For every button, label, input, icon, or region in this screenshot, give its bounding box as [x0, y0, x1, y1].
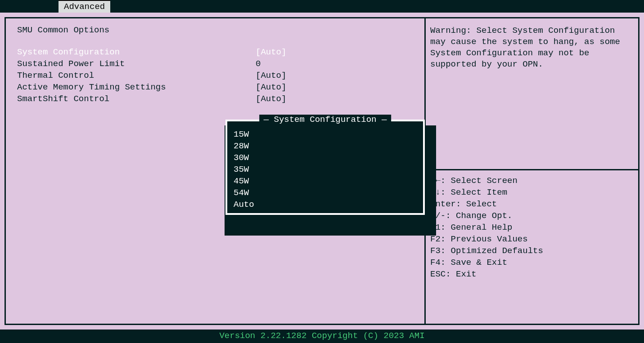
popup-options: 15W28W30W35W45W54WAuto — [234, 129, 417, 210]
popup-option[interactable]: 15W — [234, 129, 417, 140]
popup-system-configuration: System Configuration 15W28W30W35W45W54WA… — [225, 120, 425, 215]
setting-label: Thermal Control — [17, 70, 256, 81]
setting-label: SmartShift Control — [17, 93, 256, 105]
hint-action: Exit — [456, 268, 477, 280]
hint-row: ↑↓: Select Item — [430, 187, 634, 198]
hint-action: Previous Values — [451, 233, 528, 245]
setting-row[interactable]: SmartShift Control[Auto] — [17, 93, 413, 105]
footer: Version 2.22.1282 Copyright (C) 2023 AMI — [0, 330, 644, 343]
hint-row: F4: Save & Exit — [430, 257, 634, 268]
popup-option[interactable]: 45W — [234, 175, 417, 187]
popup-option[interactable]: 35W — [234, 164, 417, 175]
hint-action: General Help — [451, 222, 513, 233]
key-hints: →←: Select Screen↑↓: Select ItemEnter: S… — [426, 170, 638, 285]
hint-action: Save & Exit — [451, 257, 507, 268]
main-area: SMU Common Options System Configuration[… — [0, 13, 644, 330]
settings-list: System Configuration[Auto]Sustained Powe… — [17, 46, 413, 105]
setting-label: Active Memory Timing Settings — [17, 81, 256, 93]
help-text: Warning: Select System Configuration may… — [426, 18, 638, 169]
hint-row: F1: General Help — [430, 222, 634, 233]
hint-row: F2: Previous Values — [430, 233, 634, 245]
setting-label: System Configuration — [17, 46, 256, 58]
hint-action: Optimized Defaults — [451, 245, 543, 257]
top-bar: Advanced — [0, 0, 644, 13]
right-panel: Warning: Select System Configuration may… — [424, 18, 638, 324]
hint-row: +/-: Change Opt. — [430, 210, 634, 222]
setting-value: [Auto] — [256, 81, 413, 93]
popup-title: System Configuration — [259, 115, 392, 125]
popup-option[interactable]: 28W — [234, 140, 417, 152]
popup-option[interactable]: 30W — [234, 152, 417, 164]
popup-option[interactable]: Auto — [234, 199, 417, 210]
setting-label: Sustained Power Limit — [17, 58, 256, 70]
hint-action: Select Screen — [451, 175, 518, 187]
hint-row: F3: Optimized Defaults — [430, 245, 634, 257]
hint-action: Select Item — [451, 187, 507, 198]
hint-key: F3: — [430, 245, 451, 257]
hint-row: ESC: Exit — [430, 268, 634, 280]
hint-row: Enter: Select — [430, 198, 634, 210]
outer-border: SMU Common Options System Configuration[… — [5, 17, 639, 325]
setting-row[interactable]: Active Memory Timing Settings[Auto] — [17, 81, 413, 93]
popup-option[interactable]: 54W — [234, 187, 417, 199]
hint-row: →←: Select Screen — [430, 175, 634, 187]
hint-key: ESC: — [430, 268, 456, 280]
tab-advanced[interactable]: Advanced — [59, 0, 110, 13]
hint-key: F4: — [430, 257, 451, 268]
hint-action: Change Opt. — [456, 210, 512, 222]
hint-action: Select — [466, 198, 497, 210]
setting-value: 0 — [256, 58, 413, 70]
setting-row[interactable]: System Configuration[Auto] — [17, 46, 413, 58]
setting-value: [Auto] — [256, 70, 413, 81]
setting-value: [Auto] — [256, 46, 413, 58]
setting-value: [Auto] — [256, 93, 413, 105]
setting-row[interactable]: Thermal Control[Auto] — [17, 70, 413, 81]
setting-row[interactable]: Sustained Power Limit0 — [17, 58, 413, 70]
section-title: SMU Common Options — [17, 25, 413, 35]
